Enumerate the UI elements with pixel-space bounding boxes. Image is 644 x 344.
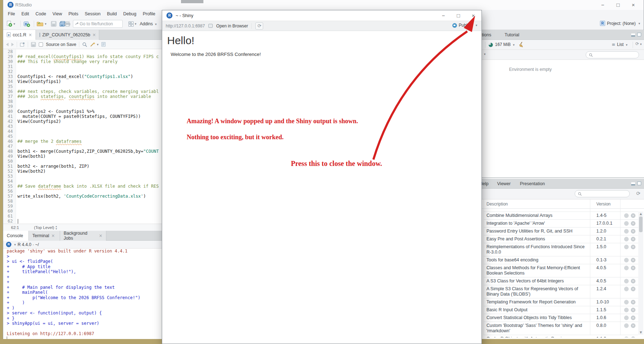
print-button[interactable]	[64, 20, 70, 27]
package-browse-icon[interactable]	[624, 213, 629, 218]
shiny-maximize-button[interactable]: □	[452, 11, 464, 20]
refresh-packages-button[interactable]: ⟳	[636, 191, 640, 196]
package-row[interactable]: Easy Pre and Post Assertions0.2.1×	[484, 235, 638, 243]
tab-terminal[interactable]: Terminal ×	[29, 231, 60, 241]
list-view-button[interactable]: List ▾	[617, 42, 628, 47]
package-row[interactable]: Custom 'Bootstrap' 'Sass' Themes for 'sh…	[484, 322, 638, 335]
package-row[interactable]: A S3 Class for Vectors of 64bit Integers…	[484, 277, 638, 285]
clear-workspace-button[interactable]	[518, 42, 524, 47]
package-remove-icon[interactable]: ×	[631, 323, 635, 328]
menu-build[interactable]: Build	[104, 11, 120, 16]
open-in-browser-button[interactable]: Open in Browser	[216, 24, 248, 28]
scrollbar-up-icon[interactable]: ▲	[638, 212, 643, 215]
r-version-caret-icon[interactable]: ▾	[14, 243, 16, 246]
package-row[interactable]: Integration to 'Apache' 'Arrow'17.0.0.1×	[484, 220, 638, 228]
package-browse-icon[interactable]	[624, 237, 629, 241]
tab-close-icon[interactable]: ×	[99, 233, 102, 238]
menu-plots[interactable]: Plots	[65, 11, 81, 16]
package-row[interactable]: Tools for base64 encoding0.1-3×	[484, 256, 638, 264]
rstudio-minimize-button[interactable]: −	[597, 1, 609, 9]
package-browse-icon[interactable]	[624, 287, 629, 291]
package-remove-icon[interactable]: ×	[631, 316, 635, 320]
popout-window-button[interactable]	[20, 42, 25, 47]
shiny-refresh-button[interactable]: ⟳	[255, 22, 263, 30]
tab-viewer[interactable]: Viewer	[494, 179, 516, 189]
package-browse-icon[interactable]	[624, 337, 629, 338]
nav-back-icon[interactable]	[6, 43, 9, 46]
packages-scrollbar[interactable]: ▲ ▼	[638, 212, 643, 335]
tab-close-icon[interactable]: ×	[92, 32, 96, 37]
rstudio-close-button[interactable]: ×	[627, 1, 639, 9]
save-button[interactable]	[51, 20, 57, 27]
new-project-button[interactable]: R	[23, 20, 30, 27]
source-on-save-checkbox[interactable]	[39, 42, 43, 47]
open-file-button[interactable]: ▾	[37, 20, 47, 27]
package-row[interactable]: Templating Framework for Report Generati…	[484, 298, 638, 306]
package-remove-icon[interactable]: ×	[631, 279, 635, 283]
tab-console[interactable]: Console	[3, 231, 29, 241]
menu-session[interactable]: Session	[81, 11, 103, 16]
package-row[interactable]: Password Entry Utilities for R, Git, and…	[484, 228, 638, 235]
editor-tab-zip-county[interactable]: ZIP_COUNTY_062025b ×	[36, 30, 99, 40]
pane-minimize-icon[interactable]	[631, 182, 635, 186]
menu-debug[interactable]: Debug	[120, 11, 140, 16]
shiny-close-button[interactable]: ×	[467, 11, 479, 20]
pane-layout-button[interactable]: ▾	[128, 20, 137, 27]
package-remove-icon[interactable]: ×	[631, 287, 635, 291]
rstudio-maximize-button[interactable]: □	[612, 1, 624, 9]
package-browse-icon[interactable]	[624, 245, 629, 249]
package-row[interactable]: Cache R Objects with Automatic Pruning1.…	[484, 335, 638, 338]
tab-presentation[interactable]: Presentation	[516, 179, 552, 189]
environment-search-input[interactable]	[595, 53, 630, 57]
code-tools-button[interactable]: ▾	[90, 42, 99, 47]
compile-report-button[interactable]	[101, 42, 106, 47]
scrollbar-down-icon[interactable]: ▼	[638, 331, 643, 334]
package-browse-icon[interactable]	[624, 316, 629, 320]
new-file-button[interactable]: ▾	[6, 20, 15, 27]
package-browse-icon[interactable]	[624, 229, 629, 234]
addins-button[interactable]: Addins ▾	[140, 21, 157, 26]
environment-scope-caret-icon[interactable]: ▾	[484, 52, 486, 56]
package-row[interactable]: Reimplementations of Functions Introduce…	[484, 243, 638, 256]
package-browse-icon[interactable]	[624, 258, 629, 262]
pane-maximize-icon[interactable]	[637, 182, 641, 185]
tab-close-icon[interactable]: ×	[28, 32, 32, 37]
package-remove-icon[interactable]: ×	[631, 300, 635, 304]
package-row[interactable]: Basic R Input Output1.1.5×	[484, 306, 638, 314]
scope-selector[interactable]: (Top Level) ▴▾	[34, 225, 57, 230]
package-browse-icon[interactable]	[624, 279, 629, 283]
refresh-environment-button[interactable]: ⟳▾	[635, 41, 642, 46]
menu-view[interactable]: View	[49, 11, 65, 16]
package-remove-icon[interactable]: ×	[631, 237, 635, 241]
tab-tutorial[interactable]: Tutorial	[501, 30, 526, 40]
packages-search-box[interactable]	[575, 190, 630, 197]
package-remove-icon[interactable]: ×	[631, 221, 635, 226]
editor-tab-ccc1[interactable]: ccc1.R ×	[3, 30, 36, 40]
goto-file-input[interactable]	[80, 21, 118, 26]
package-browse-icon[interactable]	[624, 300, 629, 304]
menu-edit[interactable]: Edit	[18, 11, 32, 16]
package-remove-icon[interactable]: ×	[631, 308, 635, 312]
scrollbar-thumb[interactable]	[639, 217, 643, 232]
packages-search-input[interactable]	[584, 192, 619, 196]
package-browse-icon[interactable]	[624, 323, 629, 328]
publish-button[interactable]: Publish ▾	[452, 23, 477, 28]
pane-maximize-icon[interactable]	[637, 33, 641, 36]
environment-search-box[interactable]	[586, 51, 639, 58]
nav-forward-icon[interactable]	[11, 43, 14, 46]
package-remove-icon[interactable]: ×	[631, 229, 635, 234]
tab-background-jobs[interactable]: Background Jobs ×	[60, 231, 106, 241]
shiny-minimize-button[interactable]: −	[437, 11, 449, 20]
package-browse-icon[interactable]	[624, 308, 629, 312]
project-menu-button[interactable]: R Project: (None) ▾	[600, 21, 640, 26]
menu-file[interactable]: File	[5, 11, 18, 16]
find-replace-button[interactable]	[82, 42, 87, 47]
save-file-button[interactable]	[31, 42, 36, 47]
package-remove-icon[interactable]: ×	[631, 213, 635, 218]
package-row[interactable]: Convert Statistical Objects into Tidy Ti…	[484, 314, 638, 322]
package-browse-icon[interactable]	[624, 221, 629, 226]
memory-usage-label[interactable]: 167 MiB ▾	[495, 42, 515, 47]
menu-code[interactable]: Code	[32, 11, 49, 16]
package-remove-icon[interactable]: ×	[631, 245, 635, 249]
pane-minimize-icon[interactable]	[631, 33, 635, 37]
